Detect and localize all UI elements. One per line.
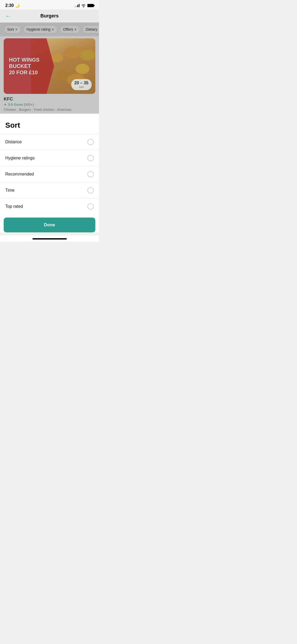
restaurant-rating-label: Good bbox=[14, 103, 23, 107]
sort-option-time-label: Time bbox=[5, 188, 15, 193]
sort-options-list: Distance Hygiene ratings Recommended Tim… bbox=[0, 134, 99, 214]
restaurant-reviews: (500+) bbox=[24, 103, 34, 107]
sort-option-time-radio[interactable] bbox=[87, 187, 94, 194]
kfc-promo-banner: HOT WINGS BUCKET 20 FOR £10 bbox=[4, 38, 54, 94]
filter-row: Sort ▼ Hygiene rating ▼ Offers ▼ Dietary… bbox=[0, 22, 99, 36]
sort-option-distance[interactable]: Distance bbox=[0, 134, 99, 150]
background-section: ← Burgers Sort ▼ Hygiene rating ▼ Offers… bbox=[0, 10, 99, 114]
sort-option-top-rated-label: Top rated bbox=[5, 204, 23, 209]
sort-option-hygiene-radio[interactable] bbox=[87, 155, 94, 161]
done-button[interactable]: Done bbox=[4, 218, 95, 232]
offers-filter-label: Offers bbox=[63, 27, 73, 31]
dietary-filter-button[interactable]: Dietary ▼ bbox=[82, 25, 99, 34]
sort-option-time[interactable]: Time bbox=[0, 182, 99, 198]
status-bar: 2:30 🌙 bbox=[0, 0, 99, 10]
back-button[interactable]: ← bbox=[5, 13, 11, 20]
sort-option-distance-radio[interactable] bbox=[87, 139, 94, 145]
restaurant-rating: 3.9 bbox=[8, 103, 13, 107]
sort-option-hygiene-label: Hygiene ratings bbox=[5, 156, 35, 160]
home-indicator bbox=[0, 236, 99, 242]
sort-header: Sort bbox=[0, 114, 99, 134]
sort-option-distance-label: Distance bbox=[5, 140, 22, 144]
promo-text-line3: 20 FOR £10 bbox=[9, 69, 49, 76]
sort-option-top-rated-radio[interactable] bbox=[87, 203, 94, 210]
restaurant-image: HOT WINGS BUCKET 20 FOR £10 20 – 35 min bbox=[4, 38, 95, 94]
hygiene-chevron-icon: ▼ bbox=[51, 28, 54, 31]
page-title: Burgers bbox=[40, 13, 59, 19]
dietary-filter-label: Dietary bbox=[86, 27, 97, 31]
delivery-unit: min bbox=[74, 85, 88, 89]
status-icons bbox=[75, 4, 94, 7]
star-icon: ★ bbox=[4, 103, 7, 107]
top-navigation: ← Burgers bbox=[0, 10, 99, 22]
sort-filter-button[interactable]: Sort ▼ bbox=[4, 25, 21, 34]
moon-icon: 🌙 bbox=[15, 3, 20, 8]
restaurant-meta: ★ 3.9 Good (500+) · Chicken · Burgers · … bbox=[4, 103, 95, 112]
sort-option-recommended[interactable]: Recommended bbox=[0, 166, 99, 182]
sort-option-hygiene[interactable]: Hygiene ratings bbox=[0, 150, 99, 166]
promo-text-line1: HOT WINGS bbox=[9, 57, 49, 63]
offers-chevron-icon: ▼ bbox=[74, 28, 77, 31]
offers-filter-button[interactable]: Offers ▼ bbox=[60, 25, 80, 34]
delivery-time: 20 – 35 bbox=[74, 81, 88, 85]
svg-point-0 bbox=[83, 6, 84, 7]
wifi-icon bbox=[81, 4, 86, 7]
sort-option-recommended-label: Recommended bbox=[5, 172, 34, 177]
restaurant-info: KFC ★ 3.9 Good (500+) · Chicken · Burger… bbox=[0, 94, 99, 114]
sort-filter-label: Sort bbox=[7, 27, 14, 31]
sort-chevron-icon: ▼ bbox=[15, 28, 18, 31]
sort-option-recommended-radio[interactable] bbox=[87, 171, 94, 177]
delivery-time-badge: 20 – 35 min bbox=[71, 79, 92, 90]
restaurant-card[interactable]: HOT WINGS BUCKET 20 FOR £10 20 – 35 min … bbox=[0, 36, 99, 114]
hygiene-filter-button[interactable]: Hygiene rating ▼ bbox=[23, 25, 58, 34]
promo-text-line2: BUCKET bbox=[9, 63, 49, 69]
restaurant-name: KFC bbox=[4, 96, 95, 102]
home-bar bbox=[32, 238, 67, 240]
sort-title: Sort bbox=[5, 121, 94, 130]
hygiene-filter-label: Hygiene rating bbox=[27, 27, 50, 31]
battery-icon bbox=[87, 4, 94, 7]
sort-modal: Sort Distance Hygiene ratings Recommende… bbox=[0, 114, 99, 232]
dietary-chevron-icon: ▼ bbox=[98, 28, 99, 31]
restaurant-categories: Chicken · Burgers · Fried chicken · Amer… bbox=[4, 108, 72, 112]
sort-option-top-rated[interactable]: Top rated bbox=[0, 198, 99, 214]
signal-icon bbox=[75, 4, 79, 7]
status-time: 2:30 bbox=[5, 3, 14, 8]
separator: · bbox=[35, 103, 36, 107]
